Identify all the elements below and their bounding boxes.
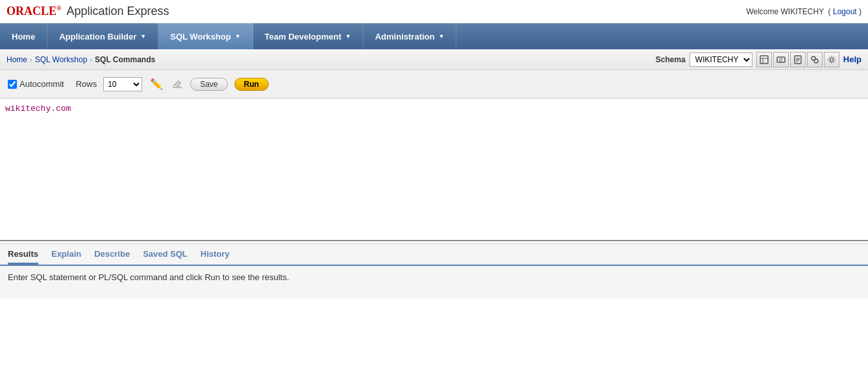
toolbar-icon-settings[interactable]: [824, 52, 839, 67]
breadcrumb-sep-1: ›: [30, 56, 32, 64]
rows-label: Rows: [76, 79, 97, 89]
run-button[interactable]: Run: [234, 78, 269, 91]
welcome-area: Welcome WIKITECHY ( Logout ): [746, 7, 862, 16]
nav-bar: Home Application Builder ▼ SQL Workshop …: [0, 23, 868, 49]
nav-item-sql-workshop[interactable]: SQL Workshop ▼: [158, 23, 253, 49]
top-header: ORACLE® Application Express Welcome WIKI…: [0, 0, 868, 23]
breadcrumb-right: Schema WIKITECHY Help: [656, 52, 862, 67]
breadcrumb-current: SQL Commands: [95, 55, 155, 64]
schema-select[interactable]: WIKITECHY: [689, 53, 752, 67]
breadcrumb-sql-workshop[interactable]: SQL Workshop: [35, 55, 88, 64]
toolbar-icon-1[interactable]: [756, 52, 772, 67]
breadcrumb: Home › SQL Workshop › SQL Commands: [6, 55, 155, 64]
nav-item-app-builder[interactable]: Application Builder ▼: [47, 23, 158, 49]
team-dev-arrow: ▼: [345, 33, 351, 40]
autocommit-checkbox[interactable]: [8, 80, 17, 89]
nav-item-home[interactable]: Home: [0, 23, 47, 49]
tabs-header: Results Explain Describe Saved SQL Histo…: [0, 244, 868, 266]
svg-rect-0: [760, 56, 768, 64]
nav-item-team-development[interactable]: Team Development ▼: [253, 23, 364, 49]
welcome-text: Welcome WIKITECHY: [746, 7, 824, 16]
schema-label: Schema: [656, 55, 686, 64]
autocommit-area: Autocommit: [8, 79, 64, 89]
help-link[interactable]: Help: [843, 54, 862, 64]
tab-describe[interactable]: Describe: [94, 249, 130, 265]
toolbar-icons: [756, 52, 839, 67]
app-builder-arrow: ▼: [140, 33, 146, 40]
tab-saved-sql[interactable]: Saved SQL: [143, 249, 188, 265]
results-content: Enter SQL statement or PL/SQL command an…: [0, 266, 868, 298]
result-message: Enter SQL statement or PL/SQL command an…: [8, 272, 289, 282]
app-express-title: Application Express: [67, 5, 169, 18]
admin-arrow: ▼: [438, 33, 444, 40]
svg-point-12: [830, 58, 833, 61]
tab-results[interactable]: Results: [8, 249, 38, 265]
sql-editor[interactable]: [0, 99, 868, 241]
command-bar: Autocommit Rows 10 25 50 100 200 ✏️ Save…: [0, 70, 868, 99]
autocommit-label[interactable]: Autocommit: [19, 79, 64, 89]
svg-point-11: [814, 59, 818, 63]
breadcrumb-home[interactable]: Home: [6, 55, 27, 64]
toolbar-icon-2[interactable]: [773, 52, 789, 67]
toolbar-icon-3[interactable]: [790, 52, 806, 67]
rows-select[interactable]: 10 25 50 100 200: [103, 77, 142, 91]
sql-workshop-arrow: ▼: [235, 33, 241, 40]
eraser-button[interactable]: [171, 78, 184, 91]
logo-area: ORACLE® Application Express: [6, 5, 169, 18]
tab-explain[interactable]: Explain: [51, 249, 81, 265]
pencil-button[interactable]: ✏️: [149, 78, 164, 90]
sql-editor-container: [0, 99, 868, 243]
logout-link[interactable]: Logout: [833, 7, 857, 16]
oracle-logo: ORACLE®: [6, 5, 62, 18]
tabs-section: Results Explain Describe Saved SQL Histo…: [0, 243, 868, 298]
toolbar-icon-4[interactable]: [807, 52, 823, 67]
breadcrumb-bar: Home › SQL Workshop › SQL Commands Schem…: [0, 49, 868, 70]
save-button[interactable]: Save: [190, 78, 227, 91]
tab-history[interactable]: History: [201, 249, 230, 265]
nav-item-administration[interactable]: Administration ▼: [364, 23, 457, 49]
breadcrumb-sep-2: ›: [90, 56, 92, 64]
svg-rect-3: [777, 57, 785, 62]
